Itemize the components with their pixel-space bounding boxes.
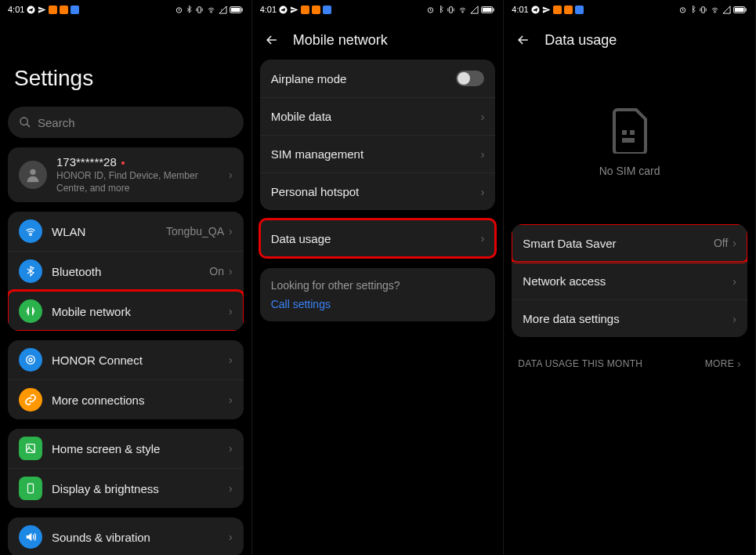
bluetooth-row[interactable]: Bluetooth On › (8, 251, 244, 291)
chevron-right-icon: › (732, 237, 736, 249)
status-app-icon-3 (323, 5, 331, 14)
chevron-right-icon: › (229, 265, 233, 278)
more-data-settings-row[interactable]: More data settings › (512, 299, 747, 337)
row-value: Off (714, 237, 728, 249)
home-icon (19, 437, 42, 460)
row-label: Mobile data (271, 110, 481, 123)
no-sim-text: No SIM card (599, 165, 660, 177)
row-label: Network access (523, 274, 732, 288)
sim-card-icon (610, 107, 649, 154)
page-title: Data usage (544, 32, 617, 49)
svg-rect-22 (702, 6, 705, 12)
notification-dot-icon (121, 161, 125, 165)
honor-connect-row[interactable]: HONOR Connect › (8, 340, 244, 379)
bluetooth-status-icon (186, 5, 193, 14)
bluetooth-status-icon (689, 5, 696, 14)
display-brightness-row[interactable]: Display & brightness › (8, 468, 244, 508)
chevron-right-icon: › (737, 357, 741, 370)
status-app-icon-3 (71, 5, 79, 14)
wifi-status-icon (206, 5, 216, 14)
display-group: Home screen & style › Display & brightne… (8, 429, 244, 508)
status-time: 4:01 (8, 5, 24, 14)
settings-panel: 4:01 ! Settings Search 173******28 (0, 0, 252, 555)
svg-point-9 (29, 358, 32, 361)
arrow-left-icon (515, 32, 531, 48)
sim-management-row[interactable]: SIM management › (260, 135, 496, 172)
home-screen-row[interactable]: Home screen & style › (8, 429, 244, 468)
other-settings-hint: Looking for other settings? Call setting… (260, 268, 496, 321)
battery-icon (733, 5, 747, 14)
telegram-icon (279, 5, 288, 14)
status-app-icon-2 (564, 5, 573, 14)
signal-icon (470, 5, 479, 14)
data-usage-panel: 4:01 Data usage No SIM card (504, 0, 756, 555)
row-label: More connections (52, 394, 229, 407)
page-title: Settings (0, 19, 251, 107)
status-app-icon-1 (553, 5, 562, 14)
telegram-icon (27, 5, 35, 14)
svg-point-8 (30, 169, 35, 175)
link-icon (19, 388, 42, 412)
chevron-right-icon: › (481, 148, 485, 161)
signal-icon (722, 5, 731, 14)
more-link[interactable]: MORE › (705, 357, 741, 370)
network-group: WLAN Tongbu_QA › Bluetooth On › Mobile n… (8, 212, 244, 331)
row-label: SIM management (271, 147, 481, 161)
svg-rect-27 (630, 130, 635, 135)
wlan-row[interactable]: WLAN Tongbu_QA › (8, 212, 244, 251)
svg-text:!: ! (221, 9, 222, 13)
network-access-row[interactable]: Network access › (512, 262, 747, 299)
row-label: HONOR Connect (52, 354, 229, 367)
chevron-right-icon: › (481, 111, 485, 123)
connect-group: HONOR Connect › More connections › (8, 340, 244, 419)
data-usage-row[interactable]: Data usage › (260, 219, 496, 257)
arrow-left-icon (264, 32, 280, 48)
vibrate-icon (699, 5, 707, 14)
mobile-data-row[interactable]: Mobile data › (260, 97, 496, 135)
sounds-row[interactable]: Sounds & vibration › (8, 517, 244, 555)
sounds-group: Sounds & vibration › (8, 517, 244, 555)
row-label: Sounds & vibration (52, 531, 229, 544)
smart-data-saver-row[interactable]: Smart Data Saver Off › (512, 224, 747, 262)
chevron-right-icon: › (229, 482, 233, 495)
page-title: Mobile network (293, 32, 388, 49)
account-sub: HONOR ID, Find Device, Member Centre, an… (56, 170, 229, 194)
status-time: 4:01 (260, 5, 277, 14)
row-label: Data usage (271, 232, 481, 245)
airplane-mode-row[interactable]: Airplane mode (260, 60, 496, 97)
svg-rect-2 (197, 6, 201, 12)
svg-rect-6 (231, 7, 241, 11)
svg-point-10 (27, 356, 35, 365)
svg-rect-13 (28, 484, 34, 493)
telegram-icon (531, 5, 540, 14)
row-label: Mobile network (52, 305, 229, 318)
alarm-icon (175, 5, 183, 14)
personal-hotspot-row[interactable]: Personal hotspot › (260, 172, 496, 210)
row-label: Home screen & style (52, 442, 229, 455)
avatar (19, 161, 47, 189)
search-input[interactable]: Search (8, 107, 244, 138)
account-id: 173******28 (56, 155, 229, 169)
mobile-network-row[interactable]: Mobile network › (8, 291, 244, 331)
chevron-right-icon: › (481, 186, 485, 198)
row-label: More data settings (523, 312, 732, 325)
svg-rect-25 (735, 7, 744, 11)
chevron-right-icon: › (229, 305, 233, 317)
account-card[interactable]: 173******28 HONOR ID, Find Device, Membe… (8, 147, 244, 202)
status-app-icon-1 (49, 5, 57, 14)
signal-icon: ! (219, 5, 227, 14)
back-button[interactable] (263, 31, 280, 49)
airplane-toggle[interactable] (456, 71, 484, 86)
chevron-right-icon: › (481, 232, 485, 245)
call-settings-link[interactable]: Call settings (271, 298, 485, 310)
back-button[interactable] (515, 31, 532, 49)
bluetooth-status-icon (437, 5, 444, 14)
svg-rect-28 (622, 138, 635, 143)
network-icon (19, 299, 42, 323)
status-app-icon-1 (301, 5, 309, 14)
more-connections-row[interactable]: More connections › (8, 379, 244, 419)
chevron-right-icon: › (229, 354, 233, 366)
search-placeholder: Search (38, 116, 75, 129)
data-usage-card: Data usage › (260, 219, 496, 257)
wifi-status-icon (458, 5, 468, 14)
